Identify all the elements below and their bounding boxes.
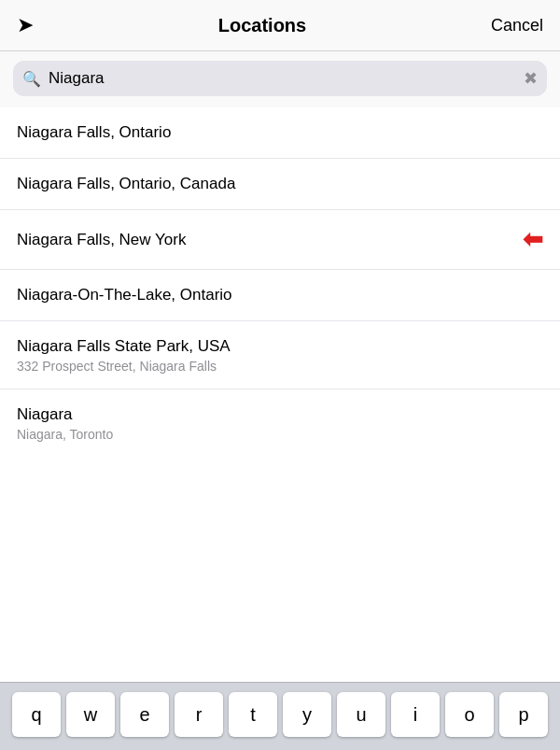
search-icon: 🔍	[22, 70, 41, 88]
list-item[interactable]: Niagara Falls, Ontario	[0, 107, 560, 159]
result-text: Niagara Falls, Ontario, Canada	[17, 174, 543, 194]
result-text: Niagara Falls, Ontario	[17, 122, 543, 143]
result-text: Niagara-On-The-Lake, Ontario	[17, 285, 543, 305]
search-input[interactable]	[49, 69, 516, 88]
result-primary-text: Niagara Falls State Park, USA	[17, 336, 543, 357]
result-text: Niagara Falls, New York	[17, 230, 515, 250]
key-q[interactable]: q	[12, 692, 61, 737]
key-w[interactable]: w	[66, 692, 115, 737]
result-primary-text: Niagara	[17, 404, 543, 425]
keyboard: qwertyuiop	[0, 682, 560, 750]
cancel-button[interactable]: Cancel	[491, 16, 543, 35]
key-o[interactable]: o	[445, 692, 494, 737]
key-y[interactable]: y	[283, 692, 331, 737]
result-primary-text: Niagara-On-The-Lake, Ontario	[17, 285, 543, 305]
location-arrow-icon[interactable]: ➤	[17, 13, 34, 37]
list-item[interactable]: Niagara-On-The-Lake, Ontario	[0, 270, 560, 321]
key-p[interactable]: p	[499, 692, 548, 737]
list-item[interactable]: Niagara Falls, Ontario, Canada	[0, 159, 560, 210]
list-item[interactable]: Niagara Falls State Park, USA332 Prospec…	[0, 321, 560, 389]
page-title: Locations	[34, 15, 491, 36]
key-e[interactable]: e	[120, 692, 169, 737]
key-r[interactable]: r	[175, 692, 223, 737]
results-list: Niagara Falls, OntarioNiagara Falls, Ont…	[0, 107, 560, 682]
result-text: Niagara Falls State Park, USA332 Prospec…	[17, 336, 543, 374]
search-bar: 🔍 ✖︎	[13, 61, 547, 96]
result-primary-text: Niagara Falls, Ontario, Canada	[17, 174, 543, 194]
clear-search-button[interactable]: ✖︎	[524, 68, 538, 89]
keyboard-row-1: qwertyuiop	[4, 692, 556, 737]
key-t[interactable]: t	[229, 692, 277, 737]
result-text: NiagaraNiagara, Toronto	[17, 404, 543, 442]
result-primary-text: Niagara Falls, Ontario	[17, 122, 543, 143]
result-secondary-text: Niagara, Toronto	[17, 427, 543, 442]
key-u[interactable]: u	[337, 692, 385, 737]
list-item[interactable]: NiagaraNiagara, Toronto	[0, 389, 560, 457]
search-bar-container: 🔍 ✖︎	[0, 51, 560, 107]
key-i[interactable]: i	[391, 692, 440, 737]
header: ➤ Locations Cancel	[0, 0, 560, 51]
result-primary-text: Niagara Falls, New York	[17, 230, 515, 250]
result-secondary-text: 332 Prospect Street, Niagara Falls	[17, 359, 543, 374]
red-arrow-annotation: ⬅	[523, 225, 543, 254]
list-item[interactable]: Niagara Falls, New York⬅	[0, 210, 560, 270]
